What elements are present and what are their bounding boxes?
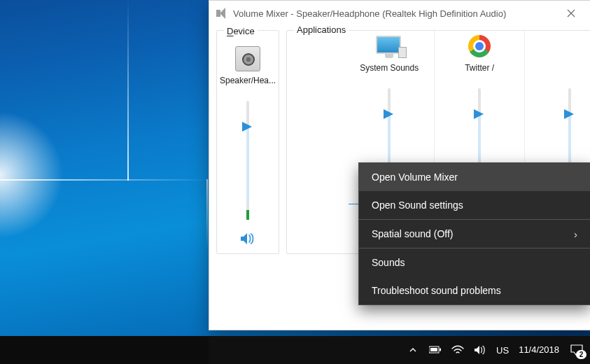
chevron-right-icon: ›: [574, 228, 577, 240]
speaker-icon: [216, 8, 227, 19]
app-label: [568, 63, 570, 73]
battery-icon[interactable]: [429, 344, 442, 356]
device-mute-button[interactable]: [240, 232, 255, 245]
svg-rect-2: [430, 348, 437, 351]
wallpaper-light: [206, 179, 208, 252]
device-panel-label: Device: [224, 26, 258, 36]
wallpaper-light: [127, 0, 129, 181]
action-center-icon[interactable]: 2: [569, 342, 584, 358]
device-volume-slider[interactable]: [239, 101, 256, 220]
volume-icon[interactable]: [474, 344, 486, 356]
taskbar-date[interactable]: 11/4/2018: [519, 345, 559, 355]
menu-open-sound-settings[interactable]: Open Sound settings: [359, 191, 590, 219]
wallpaper-light: [0, 179, 210, 181]
app-label: Twitter /: [465, 63, 494, 73]
menu-spatial-sound[interactable]: Spatial sound (Off)›: [359, 220, 590, 248]
device-label: Speaker/Hea...: [220, 76, 276, 85]
menu-troubleshoot[interactable]: Troubleshoot sound problems: [359, 276, 590, 304]
menu-open-volume-mixer[interactable]: Open Volume Mixer: [359, 163, 590, 191]
window-title: Volume Mixer - Speaker/Headphone (Realte…: [233, 8, 559, 19]
taskbar-left: [0, 336, 209, 364]
wifi-icon[interactable]: [451, 344, 464, 356]
menu-sounds[interactable]: Sounds: [359, 248, 590, 276]
app-label: System Sounds: [360, 63, 419, 73]
svg-rect-1: [440, 349, 441, 351]
taskbar: US 11/4/2018 2: [0, 336, 590, 364]
close-button[interactable]: [559, 4, 584, 23]
window-titlebar[interactable]: Volume Mixer - Speaker/Headphone (Realte…: [209, 1, 590, 26]
device-icon[interactable]: [235, 43, 260, 74]
desktop: Volume Mixer - Speaker/Headphone (Realte…: [0, 0, 590, 364]
notification-badge: 2: [576, 350, 587, 359]
system-tray: US 11/4/2018 2: [407, 342, 584, 358]
system-sounds-icon[interactable]: [376, 31, 402, 62]
device-panel: Device Speaker/Hea...: [216, 30, 279, 254]
language-indicator[interactable]: US: [496, 345, 509, 356]
tray-chevron-up-icon[interactable]: [407, 344, 419, 356]
applications-panel-label: Applications: [294, 24, 349, 232]
sound-context-menu: Open Volume Mixer Open Sound settings Sp…: [358, 162, 590, 305]
chrome-icon[interactable]: [468, 31, 491, 62]
